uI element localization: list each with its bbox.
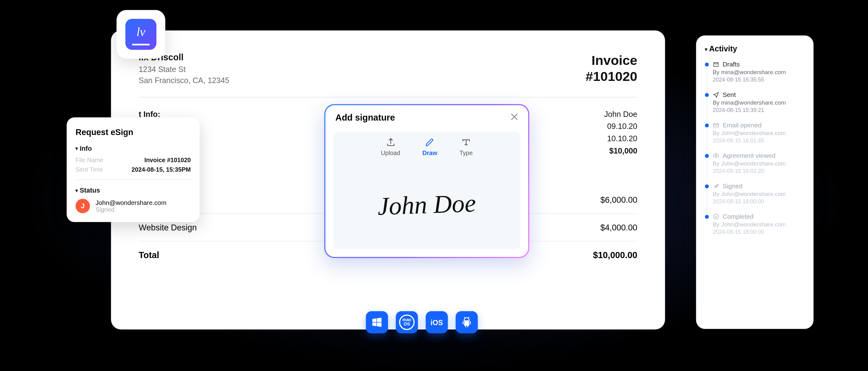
signer-avatar: J (75, 199, 90, 213)
mail-icon (713, 122, 719, 129)
invoice-to-amount: $10,000 (604, 146, 638, 155)
activity-label: Signed (723, 183, 742, 190)
svg-point-2 (465, 319, 466, 320)
request-sent-time-label: Sent Time (75, 166, 103, 173)
signature-tab-draw[interactable]: Draw (422, 137, 437, 156)
macos-icon: macOS (399, 314, 414, 330)
request-file-name-label: File Name (75, 157, 103, 163)
timeline-dot-icon (705, 123, 709, 127)
activity-time: 2024-08-15 18:00:00 (713, 198, 805, 204)
activity-by: By mina@wondershare.com (713, 99, 805, 106)
add-signature-modal: Add signature Upload Draw (324, 104, 529, 258)
ios-icon: iOS (431, 318, 443, 327)
activity-item-completed: Completed By John@wondershare.com 2024-0… (713, 213, 805, 235)
svg-point-3 (468, 319, 468, 320)
request-file-name-row: File Name Invoice #101020 (75, 157, 190, 163)
signature-tab-upload[interactable]: Upload (381, 137, 400, 156)
svg-rect-8 (467, 326, 468, 327)
activity-title[interactable]: Activity (705, 44, 805, 53)
os-badge-ios[interactable]: iOS (426, 311, 448, 334)
request-sent-time-value: 2024-08-15, 15:35PM (131, 166, 191, 173)
request-title: Request eSign (75, 127, 190, 137)
activity-label: Agreement viewed (723, 152, 775, 159)
os-badges-row: macOS iOS (366, 311, 478, 334)
activity-time: 2024-08-15 15:35:55 (713, 76, 805, 82)
svg-rect-7 (465, 326, 466, 327)
activity-panel: Activity Drafts By mina@wondershare.com … (696, 35, 813, 329)
request-status-header[interactable]: Status (75, 187, 190, 194)
signed-icon (713, 183, 719, 190)
svg-point-1 (713, 214, 718, 219)
invoice-from-city: San Francisco, CA, 12345 (139, 76, 229, 85)
invoice-from-street: 1234 State St (139, 65, 229, 74)
signature-tab-upload-label: Upload (381, 149, 400, 156)
type-icon (461, 137, 471, 147)
invoice-to-name: John Doe (604, 109, 638, 119)
invoice-line-2-desc: Website Design (139, 223, 197, 232)
invoice-to-date2: 10.10.20 (604, 134, 638, 143)
activity-list: Drafts By mina@wondershare.com 2024-08-1… (705, 61, 805, 235)
svg-rect-4 (464, 321, 469, 326)
check-circle-icon (713, 213, 719, 220)
signer-email: John@wondershare.com (95, 199, 166, 206)
activity-time: 2024-08-15 16:02:20 (713, 168, 805, 174)
activity-label: Drafts (723, 61, 740, 68)
request-esign-panel: Request eSign Info File Name Invoice #10… (67, 117, 200, 222)
drafts-icon (713, 61, 719, 68)
activity-item-agreement-viewed: Agreement viewed By John@wondershare.com… (713, 152, 805, 174)
divider (139, 97, 638, 98)
os-badge-macos[interactable]: macOS (396, 311, 418, 334)
invoice-line-2-amount: $4,000.00 (600, 223, 637, 232)
svg-rect-6 (470, 321, 471, 324)
activity-time: 2024-08-15 15:39:21 (713, 107, 805, 113)
divider (75, 179, 190, 180)
timeline-dot-icon (705, 154, 709, 158)
invoice-total-label: Total (139, 250, 159, 260)
signature-tab-type[interactable]: Type (460, 137, 473, 156)
timeline-dot-icon (705, 62, 709, 66)
os-badge-android[interactable] (456, 311, 478, 334)
request-sent-time-row: Sent Time 2024-08-15, 15:35PM (75, 166, 190, 173)
timeline-dot-icon (705, 184, 709, 188)
app-icon-card (117, 10, 165, 59)
activity-item-email-opened: Email opened By John@wondershare.com 202… (713, 122, 805, 143)
windows-icon (371, 316, 383, 329)
invoice-number: #101020 (585, 69, 637, 84)
activity-timeline-line (707, 65, 707, 225)
request-signer-row: J John@wondershare.com Signed (75, 199, 190, 213)
request-file-name-value: Invoice #101020 (144, 157, 191, 163)
signature-tab-draw-label: Draw (422, 149, 437, 156)
os-badge-windows[interactable] (366, 311, 388, 334)
svg-rect-5 (463, 321, 464, 324)
activity-item-sent: Sent By mina@wondershare.com 2024-08-15 … (713, 91, 805, 113)
activity-time: 2024-08-15 16:01:45 (713, 137, 805, 143)
close-button[interactable] (510, 113, 518, 123)
wondershare-app-icon (125, 19, 156, 50)
signature-drawn-text: John Doe (377, 188, 476, 221)
invoice-to-block: John Doe 09.10.20 10.10.20 $10,000 (604, 109, 638, 158)
activity-item-drafts: Drafts By mina@wondershare.com 2024-08-1… (713, 61, 805, 82)
draw-icon (425, 137, 436, 147)
svg-point-0 (715, 155, 717, 157)
invoice-total-value: $10,000.00 (593, 250, 637, 260)
activity-by: By John@wondershare.com (713, 221, 805, 228)
invoice-title: Invoice (585, 53, 637, 69)
sent-icon (713, 91, 719, 98)
close-icon (510, 113, 518, 121)
invoice-title-block: Invoice #101020 (585, 53, 637, 84)
signer-status: Signed (95, 206, 166, 213)
invoice-to-date1: 09.10.20 (604, 122, 638, 131)
request-info-header[interactable]: Info (75, 144, 190, 152)
activity-by: By John@wondershare.com (713, 160, 805, 167)
activity-by: By John@wondershare.com (713, 191, 805, 197)
activity-label: Sent (723, 91, 736, 98)
activity-by: By mina@wondershare.com (713, 69, 805, 75)
android-icon (461, 316, 473, 329)
signature-canvas[interactable]: John Doe (333, 159, 520, 249)
eye-icon (713, 152, 719, 159)
signature-tab-type-label: Type (460, 149, 473, 156)
activity-by: By John@wondershare.com (713, 130, 805, 136)
activity-time: 2024-08-15 18:00:00 (713, 229, 805, 235)
upload-icon (385, 137, 396, 147)
activity-label: Email opened (723, 122, 762, 129)
